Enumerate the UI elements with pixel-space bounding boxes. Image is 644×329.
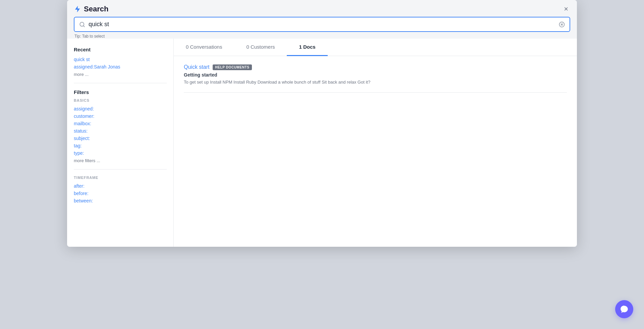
app-title: Search (84, 5, 108, 13)
chat-icon (620, 305, 629, 314)
modal-header: Search × (67, 0, 577, 13)
filter-assigned[interactable]: assigned: (74, 105, 167, 112)
result-item-0: Quick start HELP DOCUMENTS Getting start… (184, 64, 567, 93)
main-content: 0 Conversations 0 Customers 1 Docs Quick… (174, 39, 577, 247)
results-area: Quick start HELP DOCUMENTS Getting start… (174, 56, 577, 102)
filter-before[interactable]: before: (74, 190, 167, 197)
search-icon (79, 21, 85, 28)
filter-after[interactable]: after: (74, 182, 167, 190)
recent-item-0[interactable]: quick st (74, 56, 167, 63)
modal-body: Recent quick st assigned:Sarah Jonas mor… (67, 39, 577, 247)
svg-line-1 (83, 26, 84, 27)
modal-overlay: Search × (0, 0, 644, 329)
close-icon: × (564, 5, 568, 13)
chat-button[interactable] (615, 300, 633, 318)
search-modal: Search × (67, 0, 577, 247)
filter-customer[interactable]: customer: (74, 112, 167, 120)
sidebar-divider-2 (74, 169, 167, 170)
tabs-bar: 0 Conversations 0 Customers 1 Docs (174, 39, 577, 56)
filters-section-title: Filters (74, 89, 167, 95)
search-bar-wrapper (67, 13, 577, 32)
sidebar: Recent quick st assigned:Sarah Jonas mor… (67, 39, 174, 247)
search-tip: Tip: Tab to select (67, 32, 577, 39)
recent-more[interactable]: more ... (74, 72, 167, 77)
result-snippet: To get set up Install NPM Install Ruby D… (184, 79, 567, 86)
clear-search-button[interactable] (559, 21, 565, 28)
timeframe-label: TIMEFRAME (74, 176, 167, 180)
filter-type[interactable]: type: (74, 149, 167, 157)
filter-mailbox[interactable]: mailbox: (74, 120, 167, 127)
basics-label: BASICS (74, 98, 167, 102)
tab-docs[interactable]: 1 Docs (287, 39, 327, 56)
tab-customers[interactable]: 0 Customers (234, 39, 287, 56)
header-logo: Search (74, 5, 108, 13)
filter-status[interactable]: status: (74, 127, 167, 135)
tab-conversations[interactable]: 0 Conversations (174, 39, 234, 56)
logo-icon (74, 5, 81, 13)
result-title-row: Quick start HELP DOCUMENTS (184, 64, 567, 70)
result-subtitle: Getting started (184, 72, 567, 78)
search-bar (74, 17, 570, 32)
recent-section-title: Recent (74, 47, 167, 52)
sidebar-divider-1 (74, 83, 167, 83)
recent-item-1[interactable]: assigned:Sarah Jonas (74, 63, 167, 70)
filter-subject[interactable]: subject: (74, 135, 167, 142)
filter-tag[interactable]: tag: (74, 142, 167, 149)
result-title-link[interactable]: Quick start (184, 64, 209, 70)
more-filters[interactable]: more filters ... (74, 158, 167, 163)
close-button[interactable]: × (562, 5, 570, 13)
search-input[interactable] (89, 21, 555, 28)
filter-between[interactable]: between: (74, 197, 167, 204)
result-badge: HELP DOCUMENTS (213, 64, 252, 70)
